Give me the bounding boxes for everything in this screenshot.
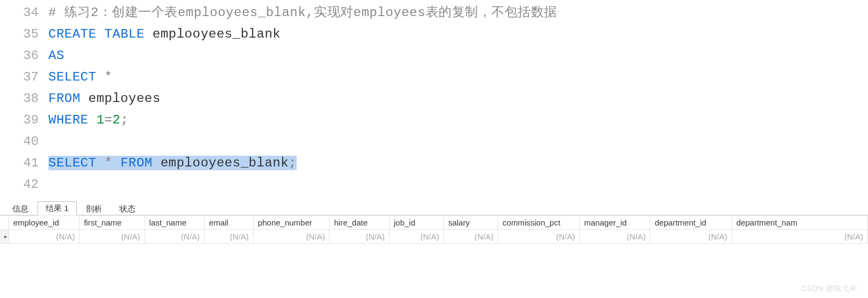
cell[interactable]: (N/A) <box>329 230 389 244</box>
column-header[interactable]: employee_id <box>9 216 80 230</box>
cell[interactable]: (N/A) <box>650 230 732 244</box>
code-content[interactable]: CREATE TABLE emplooyees_blank <box>48 24 281 45</box>
code-content[interactable]: WHERE 1=2; <box>48 110 128 131</box>
column-header[interactable]: last_name <box>145 216 204 230</box>
code-line[interactable]: 40 <box>0 131 868 152</box>
code-content[interactable]: SELECT * <box>48 67 112 88</box>
line-number: 42 <box>0 174 48 195</box>
cell[interactable]: (N/A) <box>389 230 443 244</box>
tab-结果 1[interactable]: 结果 1 <box>38 201 77 215</box>
line-number: 38 <box>0 88 48 110</box>
cell[interactable]: (N/A) <box>204 230 253 244</box>
line-number: 34 <box>0 2 48 24</box>
line-number: 39 <box>0 110 48 131</box>
code-line[interactable]: 38FROM employees <box>0 88 868 110</box>
line-number: 36 <box>0 45 48 67</box>
column-header[interactable]: job_id <box>389 216 443 230</box>
code-line[interactable]: 36AS <box>0 45 868 67</box>
tab-剖析[interactable]: 剖析 <box>78 202 110 215</box>
code-line[interactable]: 34# 练习2：创建一个表emplooyees_blank,实现对employe… <box>0 2 868 24</box>
row-handle-header <box>0 216 9 230</box>
tab-状态[interactable]: 状态 <box>111 202 144 215</box>
code-line[interactable]: 42 <box>0 174 868 195</box>
code-content[interactable]: # 练习2：创建一个表emplooyees_blank,实现对employees… <box>48 2 557 24</box>
cell[interactable]: (N/A) <box>498 230 580 244</box>
line-number: 41 <box>0 152 48 174</box>
code-content[interactable]: SELECT * FROM emplooyees_blank; <box>48 152 297 174</box>
code-line[interactable]: 37SELECT * <box>0 67 868 88</box>
cell[interactable]: (N/A) <box>145 230 204 244</box>
column-header[interactable]: commission_pct <box>498 216 580 230</box>
column-header[interactable]: salary <box>443 216 498 230</box>
cell[interactable]: (N/A) <box>579 230 650 244</box>
cell[interactable]: (N/A) <box>443 230 498 244</box>
code-line[interactable]: 41SELECT * FROM emplooyees_blank; <box>0 152 868 174</box>
sql-editor[interactable]: 34# 练习2：创建一个表emplooyees_blank,实现对employe… <box>0 0 868 198</box>
column-header[interactable]: first_name <box>80 216 145 230</box>
cell[interactable]: (N/A) <box>253 230 329 244</box>
column-header[interactable]: department_nam <box>732 216 868 230</box>
line-number: 37 <box>0 67 48 88</box>
table-row[interactable]: ▸(N/A)(N/A)(N/A)(N/A)(N/A)(N/A)(N/A)(N/A… <box>0 230 868 244</box>
tab-信息[interactable]: 信息 <box>4 202 37 215</box>
code-content[interactable]: AS <box>48 45 64 67</box>
column-header[interactable]: phone_number <box>253 216 329 230</box>
results-tabs: 信息结果 1剖析状态 <box>0 201 868 215</box>
cell[interactable]: (N/A) <box>9 230 80 244</box>
line-number: 40 <box>0 131 48 152</box>
code-line[interactable]: 35CREATE TABLE emplooyees_blank <box>0 24 868 45</box>
column-header[interactable]: hire_date <box>329 216 389 230</box>
results-grid[interactable]: employee_idfirst_namelast_nameemailphone… <box>0 215 868 244</box>
row-handle[interactable]: ▸ <box>0 230 9 244</box>
line-number: 35 <box>0 24 48 45</box>
cell[interactable]: (N/A) <box>732 230 868 244</box>
code-content[interactable]: FROM employees <box>48 88 161 110</box>
column-header[interactable]: email <box>204 216 253 230</box>
code-line[interactable]: 39WHERE 1=2; <box>0 110 868 131</box>
cell[interactable]: (N/A) <box>80 230 145 244</box>
header-row: employee_idfirst_namelast_nameemailphone… <box>0 216 868 230</box>
column-header[interactable]: department_id <box>650 216 732 230</box>
column-header[interactable]: manager_id <box>579 216 650 230</box>
